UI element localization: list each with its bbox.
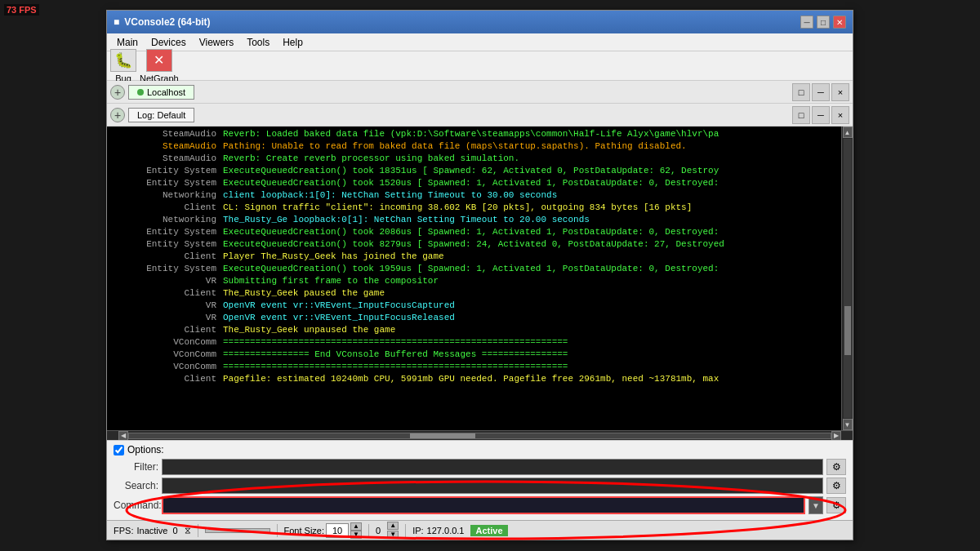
console-source: VR <box>109 275 223 287</box>
filter-settings-icon: ⚙ <box>832 461 841 473</box>
search-label: Search: <box>114 480 158 491</box>
font-size-down-button[interactable]: ▼ <box>350 531 362 539</box>
log-tab-label: Log: Default <box>137 110 185 120</box>
menu-devices[interactable]: Devices <box>145 35 193 50</box>
console-source: Client <box>109 287 223 300</box>
console-source: SteamAudio <box>109 153 223 165</box>
font-size-up-button[interactable]: ▲ <box>350 522 362 531</box>
filter-label: Filter: <box>114 461 158 473</box>
value-down-button[interactable]: ▼ <box>387 531 399 539</box>
fps-value: Inactive <box>136 526 167 535</box>
log-layout-button-3[interactable]: × <box>831 106 849 124</box>
fps-number: 0 <box>172 526 177 535</box>
menu-viewers[interactable]: Viewers <box>193 35 240 50</box>
ip-segment: IP: 127.0.0.1 <box>412 526 464 535</box>
console-message: ========================================… <box>223 361 851 373</box>
console-message: ExecuteQueuedCreation() took 8279us [ Sp… <box>223 238 851 251</box>
console-row: VROpenVR event vr::VREvent_InputFocusRel… <box>109 312 851 324</box>
log-default-tab[interactable]: Log: Default <box>128 108 194 122</box>
scroll-right-button[interactable]: ▶ <box>831 431 841 441</box>
minimize-button[interactable]: ─ <box>800 16 813 29</box>
console-message: client loopback:1[0]: NetChan Setting Ti… <box>223 189 851 202</box>
status-divider-2 <box>277 524 278 537</box>
bug-button[interactable]: 🐛 <box>110 49 136 72</box>
console-source: Entity System <box>109 238 223 251</box>
tab-layout-button-3[interactable]: × <box>831 83 849 101</box>
console-source: Client <box>109 373 223 385</box>
search-row: Search: ⚙ <box>114 478 846 494</box>
add-connection-button[interactable]: + <box>110 85 125 100</box>
console-content[interactable]: SteamAudioReverb: Loaded baked data file… <box>107 127 853 430</box>
add-log-button[interactable]: + <box>110 108 125 122</box>
font-size-control: Font Size: ▲ ▼ <box>284 522 363 539</box>
status-bar: FPS: Inactive 0 ⧖ Font Size: ▲ ▼ 0 ▲ ▼ I… <box>107 520 853 540</box>
console-row: Entity SystemExecuteQueuedCreation() too… <box>109 177 851 189</box>
status-divider-3 <box>368 524 369 537</box>
console-message: ExecuteQueuedCreation() took 1520us [ Sp… <box>223 177 851 189</box>
hourglass-icon: ⧖ <box>185 525 191 535</box>
console-row: ClientThe_Rusty_Geek paused the game <box>109 287 851 300</box>
console-row: Networkingclient loopback:1[0]: NetChan … <box>109 189 851 202</box>
command-settings-button[interactable]: ⚙ <box>826 497 846 513</box>
localhost-tab-label: Localhost <box>147 87 185 97</box>
localhost-tab[interactable]: Localhost <box>128 85 194 100</box>
console-row: SteamAudioReverb: Create reverb processo… <box>109 153 851 165</box>
options-label: Options: <box>127 444 164 455</box>
fps-slider[interactable] <box>205 528 270 533</box>
menu-main[interactable]: Main <box>110 35 145 50</box>
menu-bar: Main Devices Viewers Tools Help <box>107 33 853 51</box>
console-row: VConComm================================… <box>109 336 851 349</box>
console-row: NetworkingThe_Rusty_Ge loopback:0[1]: Ne… <box>109 214 851 226</box>
status-divider-1 <box>198 524 198 537</box>
log-tab-controls: □ ─ × <box>792 106 849 124</box>
scroll-up-button[interactable]: ▲ <box>843 127 853 138</box>
console-message: Reverb: Create reverb processor using ba… <box>223 153 851 165</box>
value-up-button[interactable]: ▲ <box>387 522 399 530</box>
font-size-input[interactable] <box>326 523 349 538</box>
filter-input[interactable] <box>162 459 823 475</box>
maximize-button[interactable]: □ <box>817 16 830 29</box>
console-message: Player The_Rusty_Geek has joined the gam… <box>223 251 851 263</box>
console-row: SteamAudioPathing: Unable to read from b… <box>109 140 851 153</box>
vertical-scrollbar[interactable]: ▲ ▼ <box>841 127 853 430</box>
command-dropdown-button[interactable]: ▼ <box>808 496 823 514</box>
menu-tools[interactable]: Tools <box>240 35 276 50</box>
window-icon: ■ <box>114 16 119 28</box>
console-row: Entity SystemExecuteQueuedCreation() too… <box>109 165 851 177</box>
command-input[interactable] <box>162 496 805 514</box>
search-settings-button[interactable]: ⚙ <box>826 478 846 494</box>
scroll-down-button[interactable]: ▼ <box>843 419 853 430</box>
status-badge: Active <box>470 525 507 536</box>
filter-settings-button[interactable]: ⚙ <box>826 459 846 475</box>
console-row: VROpenVR event vr::VREvent_InputFocusCap… <box>109 300 851 312</box>
search-settings-icon: ⚙ <box>832 480 841 491</box>
console-row: ClientCL: Signon traffic "client": incom… <box>109 202 851 214</box>
console-message: ================ End VConsole Buffered M… <box>223 349 851 361</box>
window-title: VConsole2 (64-bit) <box>124 16 210 28</box>
filter-row: Filter: ⚙ <box>114 459 846 475</box>
netgraph-icon: ✕ <box>154 52 164 68</box>
console-source: Entity System <box>109 177 223 189</box>
log-layout-button-2[interactable]: ─ <box>812 106 830 124</box>
netgraph-button[interactable]: ✕ <box>146 49 172 72</box>
command-row: Command: ▼ ⚙ <box>114 496 846 514</box>
horizontal-scrollbar[interactable]: ◀ ▶ <box>107 430 853 440</box>
console-message: ========================================… <box>223 336 851 349</box>
console-source: VConComm <box>109 361 223 373</box>
title-controls: ─ □ ✕ <box>800 16 846 29</box>
options-checkbox[interactable] <box>114 445 124 455</box>
tab-layout-button-2[interactable]: ─ <box>812 83 830 101</box>
console-message: Reverb: Loaded baked data file (vpk:D:\S… <box>223 128 851 140</box>
console-row: ClientPagefile: estimated 10240mb CPU, 5… <box>109 373 851 385</box>
log-layout-button-1[interactable]: □ <box>792 106 810 124</box>
scroll-left-button[interactable]: ◀ <box>118 431 128 441</box>
search-input[interactable] <box>162 478 823 494</box>
value-spinners: ▲ ▼ <box>387 522 399 539</box>
menu-help[interactable]: Help <box>276 35 310 50</box>
netgraph-tool: ✕ NetGraph <box>140 49 179 83</box>
tab-layout-button-1[interactable]: □ <box>792 83 810 101</box>
command-settings-icon: ⚙ <box>832 500 841 511</box>
close-button[interactable]: ✕ <box>833 16 846 29</box>
console-source: SteamAudio <box>109 128 223 140</box>
console-message: ExecuteQueuedCreation() took 2086us [ Sp… <box>223 226 851 238</box>
